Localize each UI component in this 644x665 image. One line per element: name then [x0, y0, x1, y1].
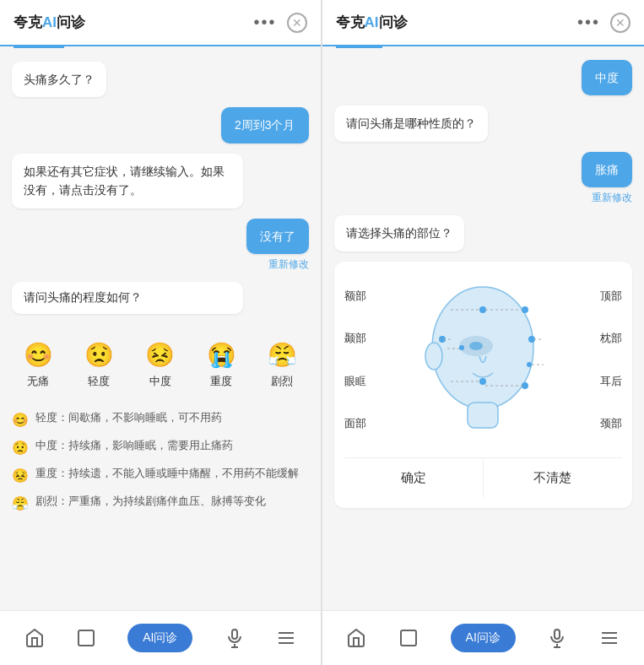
left-header-actions: ••• ✕	[253, 13, 306, 33]
pain-label-extreme: 剧烈	[271, 374, 293, 389]
confirm-button[interactable]: 确定	[344, 458, 484, 498]
pain-option-none[interactable]: 😊 无痛	[12, 341, 64, 389]
pain-desc-severe: 😣 重度：持续遗，不能入睡或睡中痛醒，不用药不能缓解	[12, 465, 309, 486]
pain-emoji-severe: 😭	[207, 341, 236, 369]
pain-desc-mild: 😊 轻度：间歇痛，不影响睡眠，可不用药	[12, 409, 309, 430]
label-occiput[interactable]: 枕部	[587, 331, 622, 346]
pain-desc-moderate: 😟 中度：持续痛，影响睡眠，需要用止痛药	[12, 437, 309, 458]
confirm-row: 确定 不清楚	[344, 457, 623, 498]
r-msg-pain-type-q: 请问头痛是哪种性质的？	[334, 105, 488, 141]
right-re-edit-link[interactable]: 重新修改	[592, 191, 632, 205]
right-ai-consult-button[interactable]: AI问诊	[451, 624, 516, 652]
pain-options-row: 😊 无痛 😟 轻度 😣 中度 😭 重度 😤 剧烈	[12, 334, 309, 396]
pain-emoji-mild: 😟	[84, 341, 114, 369]
pain-label-moderate: 中度	[149, 374, 171, 389]
left-window-button[interactable]	[76, 628, 96, 648]
svg-rect-0	[78, 630, 94, 646]
right-close-button[interactable]: ✕	[610, 13, 630, 33]
svg-point-12	[479, 306, 486, 313]
pain-option-moderate[interactable]: 😣 中度	[134, 341, 187, 389]
label-temporal[interactable]: 颞部	[344, 331, 380, 346]
r-msg-pain-type-answer: 胀痛	[582, 152, 632, 187]
svg-rect-28	[401, 630, 416, 646]
r-msg-moderate: 中度	[582, 60, 632, 95]
pain-emoji-none: 😊	[24, 341, 53, 369]
svg-rect-1	[232, 630, 237, 639]
left-title: 夸克AI问诊	[14, 13, 85, 32]
label-forehead[interactable]: 额部	[344, 289, 380, 304]
svg-point-14	[459, 345, 464, 350]
msg-duration-answer: 2周到3个月	[221, 107, 309, 143]
right-menu-button[interactable]	[599, 628, 620, 648]
svg-point-18	[527, 362, 532, 367]
left-close-button[interactable]: ✕	[287, 13, 307, 33]
r-msg-location-q: 请选择头痛的部位？	[334, 215, 464, 251]
msg-headache-duration-q: 头痛多久了？	[12, 62, 106, 97]
left-re-edit-link[interactable]: 重新修改	[268, 257, 309, 272]
left-mic-button[interactable]	[225, 628, 245, 648]
pain-emoji-extreme: 😤	[268, 341, 297, 369]
svg-rect-29	[555, 630, 560, 639]
msg-continue-prompt: 如果还有其它症状，请继续输入。如果没有，请点击没有了。	[12, 154, 243, 208]
left-more-button[interactable]: •••	[253, 13, 276, 32]
svg-point-15	[479, 378, 486, 385]
pain-desc-section: 😊 轻度：间歇痛，不影响睡眠，可不用药 😟 中度：持续痛，影响睡眠，需要用止痛药…	[12, 406, 309, 517]
right-more-button[interactable]: •••	[577, 13, 600, 32]
svg-point-16	[522, 306, 528, 313]
pain-desc-emoji-mild: 😊	[12, 410, 29, 430]
right-window-button[interactable]	[398, 628, 419, 648]
pain-emoji-moderate: 😣	[145, 341, 175, 369]
right-panel: 夸克AI问诊 ••• ✕ 中度 请问头痛是哪种性质的？ 胀痛 重新修改 请选择头…	[322, 0, 645, 665]
pain-option-mild[interactable]: 😟 轻度	[73, 341, 125, 389]
left-header: 夸克AI问诊 ••• ✕	[0, 0, 321, 46]
pain-label-severe: 重度	[210, 374, 232, 389]
right-bottom-bar: AI问诊	[322, 610, 645, 665]
right-home-button[interactable]	[346, 628, 366, 648]
left-chat-area: 头痛多久了？ 2周到3个月 如果还有其它症状，请继续输入。如果没有，请点击没有了…	[0, 48, 321, 610]
label-eye-socket[interactable]: 眼眶	[344, 374, 380, 389]
right-chat-area: 中度 请问头痛是哪种性质的？ 胀痛 重新修改 请选择头痛的部位？ 额部 颞部 眼…	[322, 48, 645, 610]
right-title: 夸克AI问诊	[336, 13, 408, 32]
left-panel: 夸克AI问诊 ••• ✕ 头痛多久了？ 2周到3个月 如果还有其它症状，请继续输…	[0, 0, 322, 665]
svg-rect-8	[468, 403, 498, 428]
right-header: 夸克AI问诊 ••• ✕	[322, 0, 645, 46]
right-mic-button[interactable]	[547, 628, 567, 648]
pain-desc-extreme: 😤 剧烈：严重痛，为持续剧痛伴血压、脉搏等变化	[12, 493, 309, 514]
msg-no-more: 没有了	[246, 219, 309, 254]
pain-level-question: 请问头痛的程度如何？	[12, 282, 243, 314]
left-home-button[interactable]	[24, 628, 45, 648]
label-top[interactable]: 顶部	[587, 289, 622, 304]
pain-desc-emoji-extreme: 😤	[12, 494, 29, 514]
label-neck[interactable]: 颈部	[587, 416, 622, 431]
svg-point-11	[469, 342, 483, 350]
head-diagram-svg	[380, 272, 587, 449]
svg-point-9	[425, 343, 442, 370]
pain-desc-emoji-severe: 😣	[12, 466, 29, 486]
head-diagram-section: 额部 颞部 眼眶 面部	[334, 262, 633, 508]
pain-desc-emoji-moderate: 😟	[12, 438, 29, 458]
pain-label-mild: 轻度	[88, 374, 110, 389]
pain-option-severe[interactable]: 😭 重度	[195, 341, 247, 389]
left-bottom-bar: AI问诊	[0, 610, 321, 665]
svg-point-19	[522, 382, 528, 389]
right-header-actions: ••• ✕	[577, 13, 630, 33]
label-behind-ear[interactable]: 耳后	[587, 374, 622, 389]
left-ai-consult-button[interactable]: AI问诊	[127, 624, 192, 652]
label-face[interactable]: 面部	[344, 416, 380, 431]
left-menu-button[interactable]	[276, 628, 296, 648]
pain-option-extreme[interactable]: 😤 剧烈	[256, 341, 308, 389]
pain-label-none: 无痛	[27, 374, 49, 389]
unclear-button[interactable]: 不清楚	[484, 458, 622, 498]
